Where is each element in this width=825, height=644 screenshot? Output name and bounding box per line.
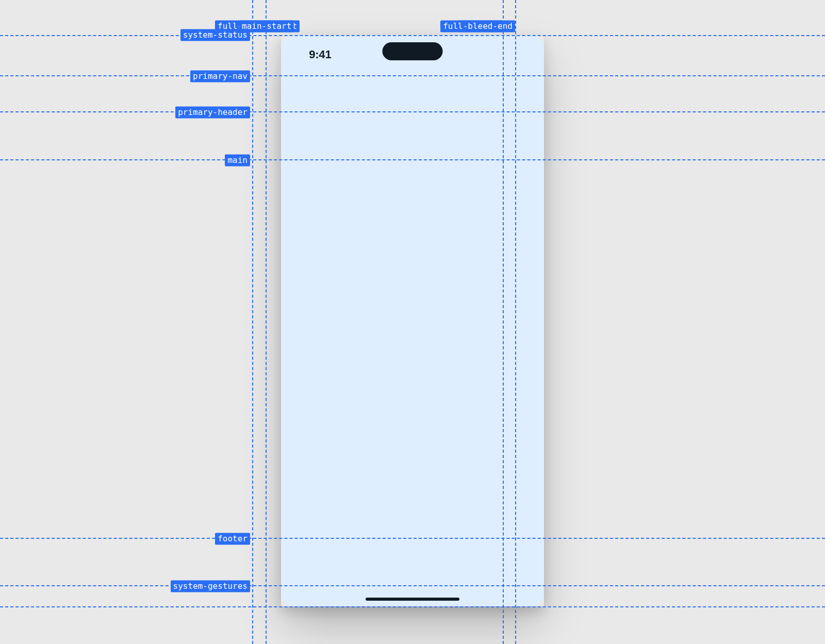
tag-system-gestures: system-gestures [171,581,251,592]
corner-bevel [536,598,544,606]
hguide-bottom [0,606,825,607]
dynamic-island [382,42,442,60]
tag-primary-nav: primary-nav [190,71,250,82]
status-time: 9:41 [309,48,331,61]
corner-bevel [281,598,289,606]
home-indicator [366,598,459,601]
tag-main-end: main-end [458,21,503,32]
tag-primary-header: primary-header [175,107,250,119]
tag-full-bleed-end: full-bleed-end [440,21,515,32]
tag-full-bleed-start: full-bleed-start [215,21,300,32]
phone-frame: 9:41 [281,35,544,606]
tag-main-start: main-start [239,21,294,32]
tag-main: main [225,155,250,167]
vguide-main-start [266,0,267,644]
tag-footer: footer [215,533,250,545]
vguide-full-bleed-start [252,0,253,644]
status-icons-placeholder [472,51,525,58]
tag-system-status: system-status [180,29,250,41]
